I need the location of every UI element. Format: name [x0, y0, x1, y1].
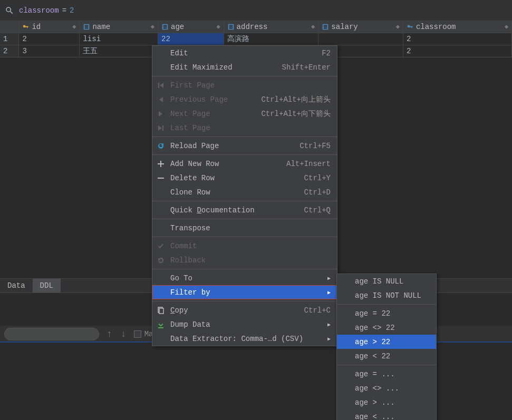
submenu-item[interactable]: age IS NULL — [337, 274, 436, 288]
plus-icon — [156, 160, 166, 168]
menu-clone-row[interactable]: Clone RowCtrl+D — [152, 185, 337, 199]
svg-rect-3 — [85, 28, 89, 29]
menu-separator — [152, 201, 337, 201]
menu-filter-by[interactable]: Filter by▶ — [152, 285, 337, 299]
submenu-item[interactable]: age < 22 — [337, 349, 436, 363]
submenu-item[interactable]: age > ... — [337, 395, 436, 409]
menu-rollback: Rollback — [152, 253, 337, 267]
menu-separator — [337, 365, 436, 365]
menu-previous-page: Previous PageCtrl+Alt+向上箭头 — [152, 92, 337, 106]
menu-separator — [152, 269, 337, 269]
menu-commit: Commit — [152, 239, 337, 253]
find-prev-button[interactable]: ↑ — [105, 329, 113, 339]
cell-id[interactable]: 3 — [19, 45, 80, 57]
filter-by-submenu: age IS NULL age IS NOT NULL age = 22 age… — [336, 274, 437, 420]
cell-classroom[interactable]: 2 — [403, 33, 511, 45]
submenu-item-selected[interactable]: age > 22 — [337, 335, 436, 349]
filter-expression[interactable]: classroom=2 — [19, 6, 74, 15]
menu-go-to[interactable]: Go To▶ — [152, 271, 337, 285]
find-next-button[interactable]: ↓ — [120, 329, 128, 339]
row-number-header — [0, 21, 19, 33]
svg-rect-11 — [229, 28, 233, 29]
menu-separator — [337, 304, 436, 305]
svg-rect-9 — [229, 25, 233, 26]
menu-quick-doc[interactable]: Quick DocumentationCtrl+Q — [152, 203, 337, 217]
context-menu: EditF2 Edit MaximizedShift+Enter First P… — [152, 45, 337, 346]
rollback-icon — [156, 256, 166, 265]
search-icon — [4, 6, 15, 15]
svg-rect-15 — [324, 28, 327, 29]
submenu-item[interactable]: age = 22 — [337, 306, 436, 320]
menu-separator — [152, 76, 337, 76]
copy-icon — [156, 306, 166, 315]
svg-rect-2 — [85, 26, 89, 27]
column-header-name[interactable]: name◆ — [80, 21, 158, 33]
menu-reload-page[interactable]: Reload PageCtrl+F5 — [152, 139, 337, 153]
find-input[interactable] — [4, 328, 99, 340]
minus-icon — [156, 174, 166, 182]
menu-add-row[interactable]: Add New RowAlt+Insert — [152, 157, 337, 171]
cell-name[interactable]: lisi — [80, 33, 158, 45]
row-number: 1 — [0, 33, 19, 45]
header-row: id◆ name◆ age◆ address◆ salary◆ classroo… — [0, 21, 512, 33]
svg-rect-13 — [324, 25, 327, 26]
column-header-address[interactable]: address◆ — [224, 21, 318, 33]
menu-copy[interactable]: CopyCtrl+C — [152, 303, 337, 317]
tab-ddl[interactable]: DDL — [33, 279, 61, 292]
menu-separator — [152, 219, 337, 219]
menu-edit-maximized[interactable]: Edit MaximizedShift+Enter — [152, 60, 337, 74]
column-header-classroom[interactable]: classroom◆ — [403, 21, 511, 33]
menu-transpose[interactable]: Transpose — [152, 221, 337, 235]
menu-dump-data[interactable]: Dump Data▶ — [152, 317, 337, 331]
table-row[interactable]: 1 2 lisi 22 高滨路 2 — [0, 33, 512, 45]
menu-edit[interactable]: EditF2 — [152, 46, 337, 60]
submenu-item[interactable]: age <> ... — [337, 381, 436, 395]
column-header-salary[interactable]: salary◆ — [318, 21, 403, 33]
tab-data[interactable]: Data — [0, 279, 33, 292]
column-header-id[interactable]: id◆ — [19, 21, 80, 33]
submenu-item[interactable]: age = ... — [337, 367, 436, 381]
submenu-item[interactable]: age <> 22 — [337, 320, 436, 335]
menu-delete-row[interactable]: Delete RowCtrl+Y — [152, 171, 337, 185]
cell-address[interactable]: 高滨路 — [224, 33, 318, 45]
reload-icon — [156, 142, 166, 150]
cell-id[interactable]: 2 — [19, 33, 80, 45]
menu-data-extractor[interactable]: Data Extractor: Comma-…d (CSV)▶ — [152, 331, 337, 346]
cell-salary[interactable] — [318, 33, 403, 45]
submenu-item[interactable]: age IS NOT NULL — [337, 288, 436, 302]
svg-rect-5 — [163, 25, 167, 26]
menu-separator — [152, 154, 337, 155]
row-number: 2 — [0, 45, 19, 57]
menu-separator — [152, 237, 337, 237]
svg-rect-10 — [229, 26, 233, 27]
svg-rect-7 — [163, 28, 167, 29]
svg-rect-17 — [159, 308, 163, 314]
cell-age-selected[interactable]: 22 — [158, 33, 224, 45]
filter-bar: classroom=2 — [0, 0, 512, 21]
menu-first-page: First Page — [152, 78, 337, 92]
svg-rect-1 — [85, 25, 89, 26]
menu-separator — [152, 301, 337, 301]
download-icon — [156, 320, 166, 329]
submenu-item[interactable]: age < ... — [337, 409, 436, 420]
svg-rect-14 — [324, 26, 327, 27]
commit-icon — [156, 242, 166, 250]
menu-next-page: Next PageCtrl+Alt+向下箭头 — [152, 106, 337, 121]
svg-rect-6 — [163, 26, 167, 27]
cell-classroom[interactable]: 2 — [403, 45, 511, 57]
cell-name[interactable]: 王五 — [80, 45, 158, 57]
column-header-age[interactable]: age◆ — [158, 21, 224, 33]
menu-separator — [152, 136, 337, 137]
menu-last-page: Last Page — [152, 121, 337, 135]
